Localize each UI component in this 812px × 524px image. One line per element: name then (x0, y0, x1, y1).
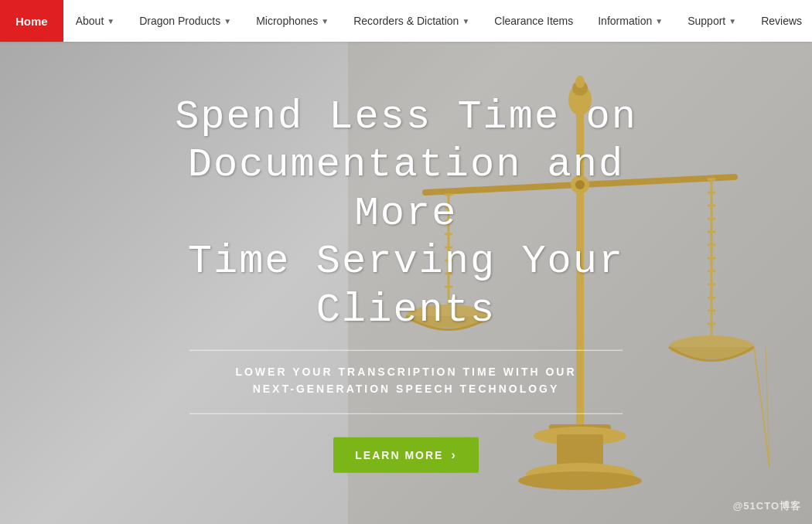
about-chevron-icon: ▼ (107, 17, 114, 26)
clearance-items-nav-item[interactable]: Clearance Items (482, 0, 585, 42)
microphones-label: Microphones (256, 15, 318, 27)
information-nav-item[interactable]: Information ▼ (585, 0, 675, 42)
hero-content: Spend Less Time on Documentation and Mor… (135, 94, 677, 473)
learn-more-button[interactable]: LEARN MORE › (333, 437, 478, 472)
hero-section: Spend Less Time on Documentation and Mor… (0, 42, 812, 524)
svg-point-36 (518, 471, 642, 490)
information-chevron-icon: ▼ (655, 17, 663, 26)
home-nav-item[interactable]: Home (0, 0, 63, 42)
microphones-nav-item[interactable]: Microphones ▼ (244, 0, 341, 42)
support-chevron-icon: ▼ (728, 17, 736, 26)
hero-title: Spend Less Time on Documentation and Mor… (135, 94, 677, 335)
reviews-label: Reviews (761, 15, 802, 27)
recorders-dictation-label: Recorders & Dictation (353, 15, 459, 27)
microphones-chevron-icon: ▼ (321, 17, 329, 26)
dragon-products-label: Dragon Products (139, 15, 220, 27)
reviews-nav-item[interactable]: Reviews (749, 0, 812, 42)
support-nav-item[interactable]: Support ▼ (675, 0, 749, 42)
information-label: Information (598, 15, 652, 27)
watermark: @51CTO博客 (733, 499, 801, 513)
hero-subtitle: LOWER YOUR TRANSCRIPTION TIME WITH OUR N… (135, 363, 677, 398)
svg-point-4 (575, 76, 585, 88)
about-label: About (76, 15, 104, 27)
clearance-items-label: Clearance Items (494, 15, 573, 27)
arrow-right-icon: › (451, 447, 456, 461)
recorders-dictation-chevron-icon: ▼ (462, 17, 469, 26)
hero-bottom-divider (189, 413, 623, 413)
hero-top-divider (189, 350, 623, 351)
dragon-products-nav-item[interactable]: Dragon Products ▼ (127, 0, 244, 42)
dragon-products-chevron-icon: ▼ (223, 17, 231, 26)
support-label: Support (687, 15, 725, 27)
recorders-dictation-nav-item[interactable]: Recorders & Dictation ▼ (341, 0, 482, 42)
about-nav-item[interactable]: About ▼ (63, 0, 128, 42)
navigation: Home About ▼ Dragon Products ▼ Microphon… (0, 0, 812, 42)
